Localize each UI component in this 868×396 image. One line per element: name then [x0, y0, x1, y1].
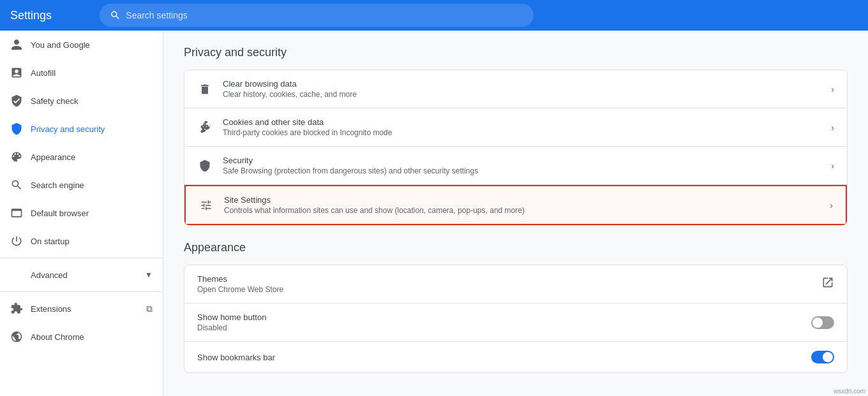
show-bookmarks-bar-row[interactable]: Show bookmarks bar: [184, 342, 847, 372]
cookies-row[interactable]: Cookies and other site data Third-party …: [184, 108, 847, 147]
sidebar-item-label: You and Google: [31, 40, 90, 50]
extensions-label: Extensions: [31, 304, 71, 314]
main-layout: You and Google Autofill Safety check Pri…: [0, 31, 868, 396]
cookie-icon: [197, 120, 213, 135]
sidebar-item-label: Default browser: [31, 209, 89, 218]
show-home-button-text: Show home button Disabled: [197, 312, 801, 332]
chevron-right-icon: ›: [831, 84, 834, 94]
appearance-section-title: Appearance: [184, 241, 848, 254]
security-icon: [197, 158, 213, 173]
site-settings-text: Site Settings Controls what information …: [224, 195, 819, 215]
security-text: Security Safe Browsing (protection from …: [223, 156, 821, 175]
themes-sub: Open Chrome Web Store: [197, 285, 811, 294]
chevron-right-icon: ›: [830, 200, 833, 210]
themes-label: Themes: [197, 274, 811, 284]
cookies-text: Cookies and other site data Third-party …: [223, 117, 821, 137]
autofill-icon: [10, 66, 23, 79]
external-icon: [821, 276, 834, 292]
sidebar-item-label: On startup: [31, 237, 70, 246]
sidebar-item-label: Search engine: [31, 180, 84, 190]
sidebar-item-label: Appearance: [31, 152, 75, 162]
sidebar-item-about-chrome[interactable]: About Chrome: [0, 323, 163, 351]
bookmarks-bar-toggle[interactable]: [811, 351, 834, 363]
search-bar[interactable]: [100, 4, 534, 27]
external-link-icon: ⧉: [146, 304, 153, 314]
sidebar-item-label: Autofill: [31, 68, 56, 78]
sidebar-divider-2: [0, 291, 163, 292]
show-bookmarks-bar-label: Show bookmarks bar: [197, 353, 801, 362]
chevron-right-icon: ›: [831, 122, 834, 133]
sidebar-item-advanced[interactable]: Advanced ▼: [0, 261, 163, 289]
sidebar-item-privacy-and-security[interactable]: Privacy and security: [0, 115, 163, 143]
chevron-right-icon: ›: [831, 161, 834, 171]
appearance-card-group: Themes Open Chrome Web Store Show home b…: [184, 265, 848, 373]
about-chrome-label: About Chrome: [31, 332, 84, 342]
show-home-button-label: Show home button: [197, 312, 801, 322]
sidebar-item-extensions[interactable]: Extensions ⧉: [0, 295, 163, 323]
power-icon: [10, 235, 23, 247]
extensions-icon: [10, 302, 23, 315]
themes-row[interactable]: Themes Open Chrome Web Store: [184, 265, 847, 304]
palette-icon: [10, 150, 23, 163]
sidebar-divider-1: [0, 258, 163, 258]
cookies-sub: Third-party cookies are blocked in Incog…: [223, 128, 821, 137]
app-header: Settings: [0, 0, 868, 31]
search-icon: [110, 10, 121, 21]
site-settings-label: Site Settings: [224, 195, 819, 205]
site-settings-row[interactable]: Site Settings Controls what information …: [184, 185, 847, 225]
chrome-icon: [10, 330, 23, 343]
sidebar-item-search-engine[interactable]: Search engine: [0, 171, 163, 199]
settings-content: Privacy and security Clear browsing data…: [163, 31, 868, 396]
sidebar-item-autofill[interactable]: Autofill: [0, 59, 163, 87]
privacy-icon: [10, 122, 23, 135]
advanced-icon: [10, 268, 23, 281]
sidebar-item-label: Privacy and security: [31, 124, 105, 134]
show-home-button-row[interactable]: Show home button Disabled: [184, 304, 847, 342]
security-label: Security: [223, 156, 821, 165]
sidebar-item-on-startup[interactable]: On startup: [0, 227, 163, 255]
home-button-toggle[interactable]: [811, 316, 834, 329]
sidebar: You and Google Autofill Safety check Pri…: [0, 31, 163, 396]
browser-icon: [10, 207, 23, 219]
person-icon: [10, 38, 23, 51]
app-title: Settings: [10, 9, 87, 22]
security-sub: Safe Browsing (protection from dangerous…: [223, 166, 821, 175]
trash-icon: [197, 82, 213, 97]
site-settings-sub: Controls what information sites can use …: [224, 206, 819, 215]
clear-browsing-data-row[interactable]: Clear browsing data Clear history, cooki…: [184, 70, 847, 108]
privacy-card-group: Clear browsing data Clear history, cooki…: [184, 70, 848, 226]
site-settings-icon: [198, 198, 214, 213]
show-home-button-sub: Disabled: [197, 323, 801, 332]
clear-browsing-data-label: Clear browsing data: [223, 79, 821, 89]
sidebar-item-safety-check[interactable]: Safety check: [0, 87, 163, 115]
privacy-section-title: Privacy and security: [184, 46, 848, 59]
shield-icon: [10, 94, 23, 107]
advanced-label: Advanced: [31, 270, 68, 280]
sidebar-item-label: Safety check: [31, 96, 78, 106]
sidebar-item-default-browser[interactable]: Default browser: [0, 199, 163, 227]
watermark: wsxdn.com: [831, 386, 868, 396]
search-input[interactable]: [126, 10, 523, 20]
chevron-down-icon: ▼: [145, 270, 153, 279]
show-bookmarks-bar-text: Show bookmarks bar: [197, 353, 801, 362]
search-engine-icon: [10, 179, 23, 191]
cookies-label: Cookies and other site data: [223, 117, 821, 127]
themes-text: Themes Open Chrome Web Store: [197, 274, 811, 294]
sidebar-item-you-and-google[interactable]: You and Google: [0, 31, 163, 59]
sidebar-item-appearance[interactable]: Appearance: [0, 143, 163, 171]
clear-browsing-data-sub: Clear history, cookies, cache, and more: [223, 90, 821, 99]
security-row[interactable]: Security Safe Browsing (protection from …: [184, 147, 847, 185]
clear-browsing-data-text: Clear browsing data Clear history, cooki…: [223, 79, 821, 99]
